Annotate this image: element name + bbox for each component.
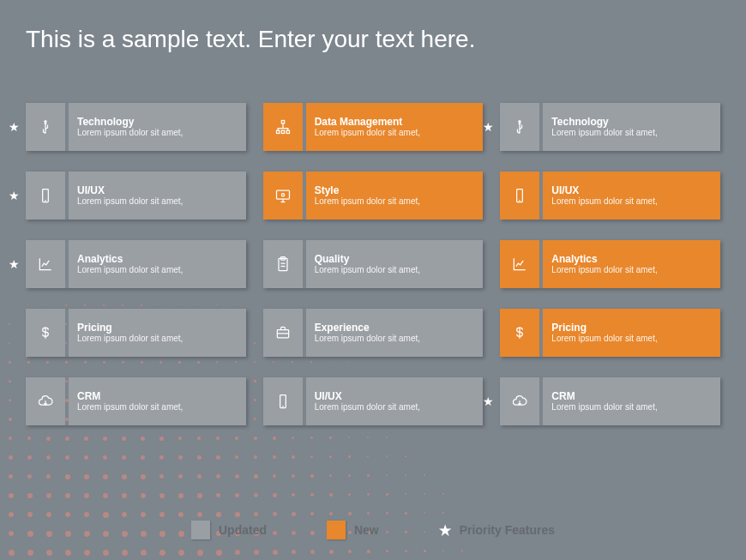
feature-title: Experience <box>315 322 475 334</box>
feature-text: PricingLorem ipsum dolor sit amet, <box>543 309 720 357</box>
star-icon: ★ <box>439 522 451 539</box>
feature-text: UI/UXLorem ipsum dolor sit amet, <box>306 377 484 425</box>
grid-row: ★TechnologyLorem ipsum dolor sit amet,Da… <box>26 103 720 151</box>
legend-priority-label: Priority Features <box>460 523 555 537</box>
feature-subtitle: Lorem ipsum dolor sit amet, <box>315 196 475 207</box>
feature-title: Data Management <box>315 116 475 128</box>
feature-text: QualityLorem ipsum dolor sit amet, <box>306 240 484 288</box>
grid-cell: UI/UXLorem ipsum dolor sit amet, <box>500 172 720 220</box>
grid-cell: StyleLorem ipsum dolor sit amet, <box>263 172 484 220</box>
svg-rect-1 <box>281 121 284 123</box>
grid-row: PricingLorem ipsum dolor sit amet,Experi… <box>26 309 720 357</box>
feature-card: CRMLorem ipsum dolor sit amet, <box>26 377 246 425</box>
feature-text: TechnologyLorem ipsum dolor sit amet, <box>543 103 720 151</box>
svg-point-5 <box>520 123 521 124</box>
feature-card: TechnologyLorem ipsum dolor sit amet, <box>500 103 720 151</box>
star-icon: ★ <box>483 394 494 408</box>
feature-card: PricingLorem ipsum dolor sit amet, <box>26 309 246 357</box>
feature-title: Style <box>315 184 475 196</box>
feature-subtitle: Lorem ipsum dolor sit amet, <box>551 334 712 344</box>
swatch-orange-icon <box>327 521 346 539</box>
clipboard-icon <box>263 240 303 288</box>
legend-priority: ★ Priority Features <box>439 521 555 539</box>
feature-subtitle: Lorem ipsum dolor sit amet, <box>315 402 475 412</box>
feature-card: UI/UXLorem ipsum dolor sit amet, <box>263 377 484 425</box>
feature-title: Pricing <box>77 322 238 334</box>
feature-card: AnalyticsLorem ipsum dolor sit amet, <box>500 240 720 288</box>
feature-card: UI/UXLorem ipsum dolor sit amet, <box>500 172 720 220</box>
grid-cell: AnalyticsLorem ipsum dolor sit amet, <box>500 240 720 288</box>
feature-title: Analytics <box>77 253 238 265</box>
feature-grid: ★TechnologyLorem ipsum dolor sit amet,Da… <box>26 103 720 425</box>
grid-cell: ★TechnologyLorem ipsum dolor sit amet, <box>26 103 246 151</box>
usb-icon <box>26 103 65 151</box>
cloud-icon <box>500 377 539 425</box>
feature-text: CRMLorem ipsum dolor sit amet, <box>543 377 720 425</box>
feature-subtitle: Lorem ipsum dolor sit amet, <box>551 128 712 138</box>
feature-title: CRM <box>77 390 238 402</box>
grid-cell: QualityLorem ipsum dolor sit amet, <box>263 240 484 288</box>
chart-icon <box>500 240 539 288</box>
feature-title: Quality <box>315 253 475 265</box>
grid-cell: ★CRMLorem ipsum dolor sit amet, <box>500 377 720 425</box>
feature-text: CRMLorem ipsum dolor sit amet, <box>69 377 246 425</box>
monitor-icon <box>263 172 303 220</box>
svg-point-0 <box>45 123 46 124</box>
feature-title: UI/UX <box>551 184 712 196</box>
feature-card: CRMLorem ipsum dolor sit amet, <box>500 377 720 425</box>
feature-subtitle: Lorem ipsum dolor sit amet, <box>77 196 238 207</box>
phone-icon <box>500 172 539 220</box>
feature-subtitle: Lorem ipsum dolor sit amet, <box>77 334 238 344</box>
feature-subtitle: Lorem ipsum dolor sit amet, <box>551 265 712 275</box>
feature-title: Pricing <box>551 322 712 334</box>
grid-row: ★UI/UXLorem ipsum dolor sit amet,StyleLo… <box>26 172 720 220</box>
dollar-icon <box>26 309 65 357</box>
grid-cell: PricingLorem ipsum dolor sit amet, <box>500 309 720 357</box>
legend-updated-label: Updated <box>219 523 267 537</box>
feature-card: TechnologyLorem ipsum dolor sit amet, <box>26 103 246 151</box>
feature-title: CRM <box>551 390 712 402</box>
feature-subtitle: Lorem ipsum dolor sit amet, <box>77 265 238 275</box>
grid-cell: ★TechnologyLorem ipsum dolor sit amet, <box>500 103 720 151</box>
feature-subtitle: Lorem ipsum dolor sit amet, <box>315 265 475 275</box>
briefcase-icon <box>263 309 303 357</box>
star-icon: ★ <box>9 189 20 202</box>
legend-updated: Updated <box>191 521 267 539</box>
feature-text: TechnologyLorem ipsum dolor sit amet, <box>69 103 246 151</box>
grid-cell: UI/UXLorem ipsum dolor sit amet, <box>263 377 484 425</box>
feature-card: Data ManagementLorem ipsum dolor sit ame… <box>263 103 484 151</box>
cloud-icon <box>26 377 65 425</box>
svg-rect-2 <box>276 130 279 133</box>
star-icon: ★ <box>9 120 20 134</box>
grid-cell: CRMLorem ipsum dolor sit amet, <box>26 377 246 425</box>
feature-card: PricingLorem ipsum dolor sit amet, <box>500 309 720 357</box>
feature-text: StyleLorem ipsum dolor sit amet, <box>306 172 484 220</box>
feature-text: PricingLorem ipsum dolor sit amet, <box>69 309 246 357</box>
page-title: This is a sample text. Enter your text h… <box>26 26 475 53</box>
feature-title: Technology <box>77 116 238 128</box>
svg-rect-4 <box>286 130 289 133</box>
star-icon: ★ <box>483 120 494 134</box>
feature-subtitle: Lorem ipsum dolor sit amet, <box>551 196 712 207</box>
grid-cell: Data ManagementLorem ipsum dolor sit ame… <box>263 103 484 151</box>
grid-cell: ★AnalyticsLorem ipsum dolor sit amet, <box>26 240 246 288</box>
feature-text: UI/UXLorem ipsum dolor sit amet, <box>543 172 720 220</box>
feature-text: AnalyticsLorem ipsum dolor sit amet, <box>69 240 246 288</box>
feature-text: AnalyticsLorem ipsum dolor sit amet, <box>543 240 720 288</box>
grid-row: ★AnalyticsLorem ipsum dolor sit amet,Qua… <box>26 240 720 288</box>
phone-icon <box>26 172 65 220</box>
feature-subtitle: Lorem ipsum dolor sit amet, <box>315 128 475 138</box>
legend: Updated New ★ Priority Features <box>0 521 746 539</box>
usb-icon <box>500 103 539 151</box>
legend-new-label: New <box>354 523 379 537</box>
feature-card: QualityLorem ipsum dolor sit amet, <box>263 240 484 288</box>
feature-title: UI/UX <box>77 184 238 196</box>
grid-cell: PricingLorem ipsum dolor sit amet, <box>26 309 246 357</box>
feature-text: Data ManagementLorem ipsum dolor sit ame… <box>306 103 484 151</box>
feature-title: UI/UX <box>315 390 475 402</box>
feature-title: Analytics <box>551 253 712 265</box>
feature-card: AnalyticsLorem ipsum dolor sit amet, <box>26 240 246 288</box>
svg-rect-3 <box>281 130 284 133</box>
feature-subtitle: Lorem ipsum dolor sit amet, <box>551 402 712 412</box>
grid-cell: ExperienceLorem ipsum dolor sit amet, <box>263 309 484 357</box>
